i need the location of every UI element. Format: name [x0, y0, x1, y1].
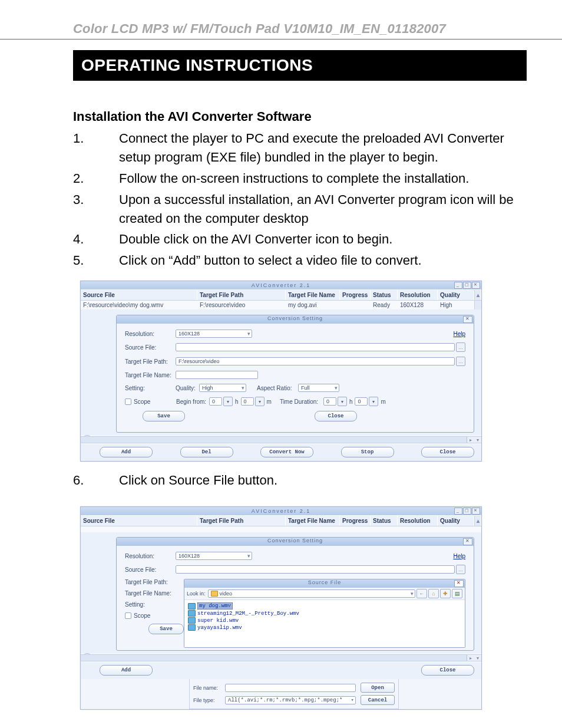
scroll-up-icon[interactable]: ▴: [474, 516, 481, 526]
scroll-down-icon[interactable]: ▾: [477, 655, 479, 661]
open-button[interactable]: Open: [361, 683, 395, 693]
spinner-icon[interactable]: ▾: [223, 397, 233, 406]
resolution-select[interactable]: 160X128: [176, 552, 252, 560]
minimize-icon[interactable]: _: [454, 282, 462, 289]
close-button[interactable]: Close: [421, 665, 474, 676]
file-dialog-title: Source File: [308, 579, 342, 585]
convert-button[interactable]: Convert Now: [260, 447, 313, 457]
new-folder-icon[interactable]: ✚: [440, 589, 451, 598]
scrollbar-horizontal[interactable]: ▸▾: [81, 436, 481, 443]
main-table-header: Source File Target File Path Target File…: [81, 289, 481, 301]
list-item[interactable]: my dog.wmv: [188, 602, 461, 610]
duration-m-input[interactable]: 0: [355, 397, 368, 406]
file-listbox[interactable]: my dog.wmv streaming12_M2M_-_Pretty_Boy.…: [184, 600, 465, 647]
quality-select[interactable]: High: [199, 384, 246, 392]
scope-label: Scope: [134, 398, 176, 405]
col-source-file: Source File: [81, 290, 197, 300]
cell-target: my dog.avi: [286, 301, 340, 309]
scope-checkbox[interactable]: [125, 398, 131, 405]
scroll-down-icon[interactable]: ▾: [477, 437, 479, 443]
close-icon[interactable]: ✕: [454, 580, 464, 587]
browse-source-button[interactable]: …: [456, 342, 465, 352]
begin-m-input[interactable]: 0: [241, 397, 254, 406]
cell-status: Ready: [371, 301, 398, 309]
cancel-button[interactable]: Cancel: [361, 695, 395, 705]
browse-path-button[interactable]: …: [456, 357, 465, 366]
setting-label: Setting:: [125, 601, 176, 608]
filename-label: File name:: [193, 685, 225, 691]
conversion-setting-dialog: Conversion Setting ✕ Resolution: 160X128…: [116, 537, 474, 651]
scroll-up-icon[interactable]: ▴: [474, 290, 481, 300]
look-in-select[interactable]: video: [208, 589, 415, 598]
close-button[interactable]: Close: [315, 411, 357, 421]
maximize-icon[interactable]: ▢: [463, 282, 471, 289]
filetype-label: File type:: [193, 697, 225, 703]
help-link[interactable]: Help: [453, 553, 465, 559]
window-title: AVIConverter 2.1 _ ▢ ✕: [81, 507, 481, 515]
back-icon[interactable]: ←: [416, 589, 427, 598]
step-text: Double click on the AVI Converter icon t…: [119, 230, 527, 249]
spinner-icon[interactable]: ▾: [338, 397, 347, 406]
scrollbar-horizontal[interactable]: ▸▾: [81, 654, 481, 661]
target-path-label: Target File Path:: [125, 579, 176, 585]
source-file-input[interactable]: [176, 343, 455, 351]
col-quality: Quality: [438, 290, 474, 300]
begin-label: Begin from:: [176, 398, 209, 405]
target-path-input[interactable]: F:\resource\video: [176, 357, 455, 365]
cell-resolution: 160X128: [398, 301, 438, 309]
scroll-right-icon[interactable]: ▸: [470, 437, 472, 443]
minimize-icon[interactable]: _: [454, 508, 462, 515]
close-icon[interactable]: ✕: [463, 538, 472, 545]
begin-h-input[interactable]: 0: [209, 397, 222, 406]
save-button[interactable]: Save: [148, 624, 184, 634]
resolution-label: Resolution:: [125, 553, 176, 559]
list-item[interactable]: streaming12_M2M_-_Pretty_Boy.wmv: [188, 610, 461, 617]
section-title: OPERATING INSTRUCTIONS: [73, 50, 527, 81]
list-item[interactable]: super kid.wmv: [188, 617, 461, 624]
file-icon: [188, 617, 196, 624]
list-item[interactable]: yayayaslip.wmv: [188, 624, 461, 631]
add-button[interactable]: Add: [100, 447, 153, 457]
duration-label: Time Duration:: [280, 398, 323, 405]
save-button[interactable]: Save: [143, 411, 185, 421]
close-icon[interactable]: ✕: [463, 316, 472, 323]
close-button[interactable]: Close: [421, 447, 474, 457]
target-name-input[interactable]: [176, 371, 258, 379]
step-text: Connect the player to PC and execute the…: [119, 129, 527, 167]
target-name-label: Target File Name:: [125, 590, 176, 597]
cell-progress: [340, 301, 371, 309]
col-progress: Progress: [340, 290, 371, 300]
close-icon[interactable]: ✕: [472, 282, 480, 289]
del-button[interactable]: Del: [180, 447, 233, 457]
spinner-icon[interactable]: ▾: [369, 397, 378, 406]
resolution-select[interactable]: 160X128: [176, 330, 252, 338]
filename-input[interactable]: [225, 684, 356, 692]
close-icon[interactable]: ✕: [472, 508, 480, 515]
source-file-label: Source File:: [125, 344, 176, 351]
filetype-select[interactable]: All(*.avi;*.rm;*.rmvb;*.mpg;*.mpeg;*: [225, 696, 356, 704]
source-file-input[interactable]: [176, 565, 455, 574]
browse-source-button[interactable]: …: [456, 565, 465, 574]
duration-h-input[interactable]: 0: [323, 397, 336, 406]
up-folder-icon[interactable]: ⌂: [428, 589, 439, 598]
quality-label: Quality:: [176, 385, 199, 391]
view-icon[interactable]: ▤: [452, 589, 462, 598]
file-icon: [188, 610, 196, 617]
maximize-icon[interactable]: ▢: [463, 508, 471, 515]
avi-converter-window: AVIConverter 2.1 _ ▢ ✕ Source File Targe…: [80, 506, 482, 710]
spinner-icon[interactable]: ▾: [255, 397, 265, 406]
table-row[interactable]: F:\resource\video\my dog.wmv F:\resource…: [81, 301, 481, 310]
avi-converter-window: AVIConverter 2.1 _ ▢ ✕ Source File Targe…: [80, 281, 482, 462]
add-button[interactable]: Add: [100, 665, 153, 676]
stop-button[interactable]: Stop: [341, 447, 394, 457]
target-name-label: Target File Name:: [125, 372, 176, 378]
source-file-dialog: Source File ✕ Look in: video ← ⌂: [184, 579, 465, 648]
scope-checkbox[interactable]: [125, 612, 131, 619]
scroll-right-icon[interactable]: ▸: [470, 655, 472, 661]
help-link[interactable]: Help: [453, 331, 465, 337]
aspect-select[interactable]: Full: [298, 384, 339, 392]
cell-quality: High: [438, 301, 474, 309]
source-file-label: Source File:: [125, 566, 176, 573]
dialog-title: Conversion Setting: [267, 538, 323, 543]
col-resolution: Resolution: [398, 290, 438, 300]
